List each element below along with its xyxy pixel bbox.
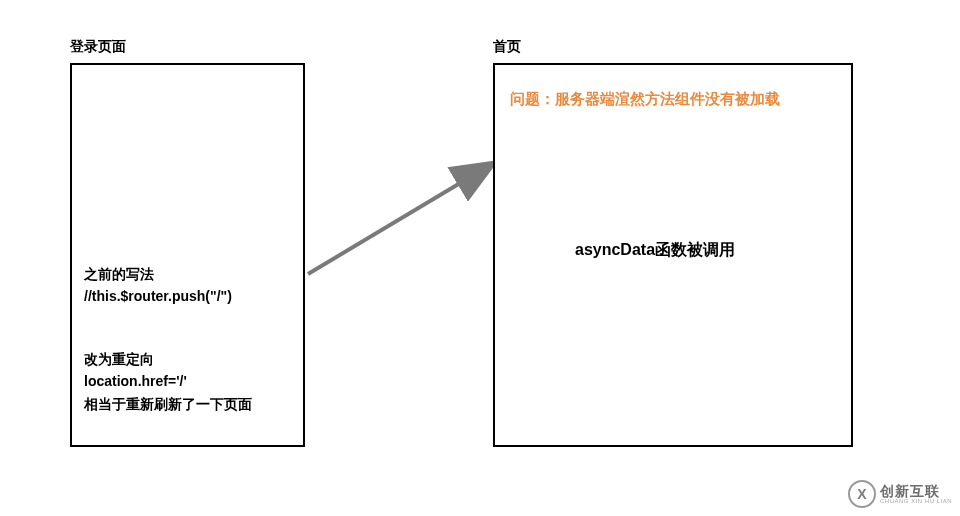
arrow-icon: [300, 152, 510, 282]
redirect-label: 改为重定向: [84, 348, 252, 370]
async-data-text: asyncData函数被调用: [575, 240, 735, 261]
watermark-text: 创新互联 CHUANG XIN HU LIAN: [880, 484, 952, 504]
svg-line-1: [308, 164, 492, 274]
watermark-logo-icon: X: [848, 480, 876, 508]
problem-text: 问题：服务器端渲然方法组件没有被加载: [510, 90, 780, 109]
previous-code: //this.$router.push("/"): [84, 285, 232, 307]
login-page-box: 之前的写法 //this.$router.push("/") 改为重定向 loc…: [70, 63, 305, 447]
redirect-method-block: 改为重定向 location.href='/' 相当于重新刷新了一下页面: [84, 348, 252, 415]
right-box-title: 首页: [493, 38, 521, 56]
previous-label: 之前的写法: [84, 263, 232, 285]
left-box-title: 登录页面: [70, 38, 126, 56]
redirect-code: location.href='/': [84, 370, 252, 392]
watermark: X 创新互联 CHUANG XIN HU LIAN: [848, 480, 952, 508]
redirect-note: 相当于重新刷新了一下页面: [84, 393, 252, 415]
watermark-main: 创新互联: [880, 484, 952, 498]
watermark-sub: CHUANG XIN HU LIAN: [880, 498, 952, 504]
diagram-container: 登录页面 之前的写法 //this.$router.push("/") 改为重定…: [0, 0, 960, 516]
previous-method-block: 之前的写法 //this.$router.push("/"): [84, 263, 232, 308]
homepage-box: 问题：服务器端渲然方法组件没有被加载 asyncData函数被调用: [493, 63, 853, 447]
